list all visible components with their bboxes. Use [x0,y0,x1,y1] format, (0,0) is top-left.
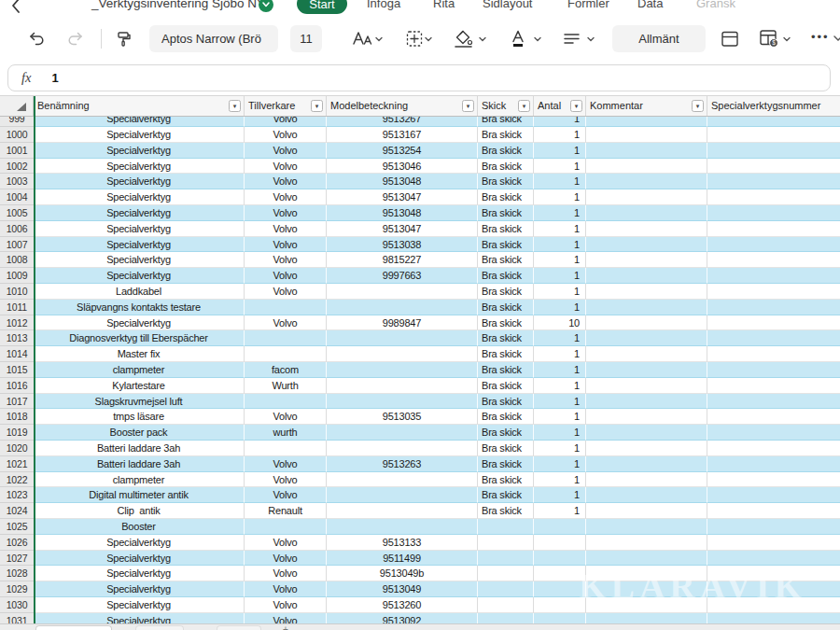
grid-cell[interactable]: Volvo [245,174,327,189]
grid-cell[interactable] [707,252,840,268]
grid-cell[interactable]: 1 [534,456,586,472]
grid-cell[interactable] [707,566,840,581]
grid-cell[interactable]: wurth [245,425,327,441]
grid-cell[interactable]: Specialverktyg [34,613,245,623]
font-format-button[interactable] [352,17,384,61]
grid-cell[interactable] [245,330,327,346]
grid-cell[interactable] [478,581,534,597]
grid-cell[interactable]: 1 [534,189,586,205]
grid-cell[interactable]: Specialverktyg [34,189,245,205]
grid-cell[interactable]: Bra skick [478,394,534,410]
grid-cell[interactable]: Specialverktyg [34,252,245,268]
grid-cell[interactable]: 9513263 [327,456,478,472]
grid-cell[interactable]: clampmeter [34,472,245,488]
grid-cell[interactable] [478,597,534,613]
grid-cell[interactable] [327,394,478,410]
add-sheet-button[interactable]: + [283,624,288,630]
grid-cell[interactable]: Diagnosverktyg till Eberspächer [34,330,245,346]
borders-button[interactable] [405,17,433,61]
grid-cell[interactable] [707,237,840,253]
row-number[interactable]: 1025 [0,519,34,535]
grid-cell[interactable] [586,205,707,221]
grid-cell[interactable] [478,551,534,567]
grid-cell[interactable] [707,362,840,378]
ribbon-tab-gransk[interactable]: Gransk [696,0,735,10]
grid-cell[interactable]: 1 [534,330,586,346]
grid-cell[interactable] [586,487,707,503]
more-options-button[interactable]: ••• [811,30,830,44]
grid-cell[interactable]: Batteri laddare 3ah [34,441,245,456]
grid-cell[interactable] [534,613,586,623]
grid-cell[interactable] [707,456,840,472]
grid-cell[interactable]: Laddkabel [34,284,245,300]
grid-cell[interactable]: Volvo [245,284,327,300]
grid-cell[interactable]: Volvo [245,205,327,221]
grid-cell[interactable] [478,613,534,623]
row-number[interactable]: 1023 [0,487,34,503]
grid-cell[interactable]: Bra skick [478,315,534,331]
grid-cell[interactable] [707,441,840,456]
grid-cell[interactable] [707,378,840,394]
grid-cell[interactable]: Bra skick [478,159,534,175]
grid-cell[interactable]: 9513133 [327,535,478,551]
row-number[interactable]: 1009 [0,268,34,284]
row-number[interactable]: 1024 [0,503,34,519]
row-number[interactable]: 1029 [0,581,34,597]
grid-cell[interactable] [707,300,840,315]
row-number[interactable]: 1028 [0,566,34,581]
grid-cell[interactable]: Specialverktyg [34,535,245,551]
grid-cell[interactable]: 1 [534,237,586,253]
column-header[interactable]: Kommentar▾ [586,96,707,116]
undo-button[interactable] [28,17,47,61]
row-number[interactable]: 1010 [0,284,34,300]
row-number[interactable]: 1008 [0,252,34,268]
font-color-button[interactable] [511,17,542,61]
grid-cell[interactable] [534,581,586,597]
grid-cell[interactable] [707,425,840,441]
grid-cell[interactable] [586,613,707,623]
fill-color-button[interactable] [454,17,487,61]
grid-cell[interactable]: 1 [534,174,586,189]
grid-cell[interactable] [586,425,707,441]
grid-cell[interactable] [534,535,586,551]
grid-cell[interactable] [586,346,707,362]
grid-cell[interactable]: Kylartestare [34,378,245,394]
grid-cell[interactable]: 9513260 [327,597,478,613]
grid-cell[interactable] [245,346,327,362]
grid-cell[interactable] [478,535,534,551]
grid-cell[interactable]: 9513254 [327,143,478,159]
grid-cell[interactable]: Digital multimeter antik [34,487,245,503]
grid-cell[interactable] [327,503,478,519]
grid-cell[interactable]: 1 [534,394,586,410]
grid-cell[interactable] [586,456,707,472]
grid-cell[interactable]: Volvo [245,613,327,623]
grid-cell[interactable] [534,551,586,567]
grid-cell[interactable]: Master fix [34,346,245,362]
formula-input[interactable]: fx 1 [7,64,831,91]
select-all-corner[interactable] [0,96,34,116]
grid-cell[interactable]: 9513048 [327,205,478,221]
row-number[interactable]: 1026 [0,535,34,551]
row-number[interactable]: 1031 [0,613,34,623]
filter-button[interactable]: ▾ [311,100,323,112]
grid-cell[interactable]: 1 [534,284,586,300]
grid-cell[interactable] [707,409,840,425]
grid-cell[interactable]: 1 [534,300,586,315]
grid-cell[interactable]: Specialverktyg [34,237,245,253]
grid-cell[interactable]: Specialverktyg [34,143,245,159]
grid-cell[interactable] [586,237,707,253]
grid-cell[interactable] [586,597,707,613]
row-number[interactable]: 1014 [0,346,34,362]
filter-button[interactable]: ▾ [570,100,582,112]
grid-cell[interactable] [586,268,707,284]
grid-cell[interactable]: Bra skick [478,127,534,143]
grid-cell[interactable]: tmps läsare [34,409,245,425]
row-number[interactable]: 1002 [0,159,34,175]
grid-cell[interactable]: 1 [534,346,586,362]
grid-cell[interactable] [478,519,534,535]
grid-cell[interactable]: Bra skick [478,237,534,253]
grid-cell[interactable]: Bra skick [478,362,534,378]
sheet-tab[interactable] [135,625,184,630]
grid-cell[interactable] [707,284,840,300]
grid-cell[interactable] [327,487,478,503]
